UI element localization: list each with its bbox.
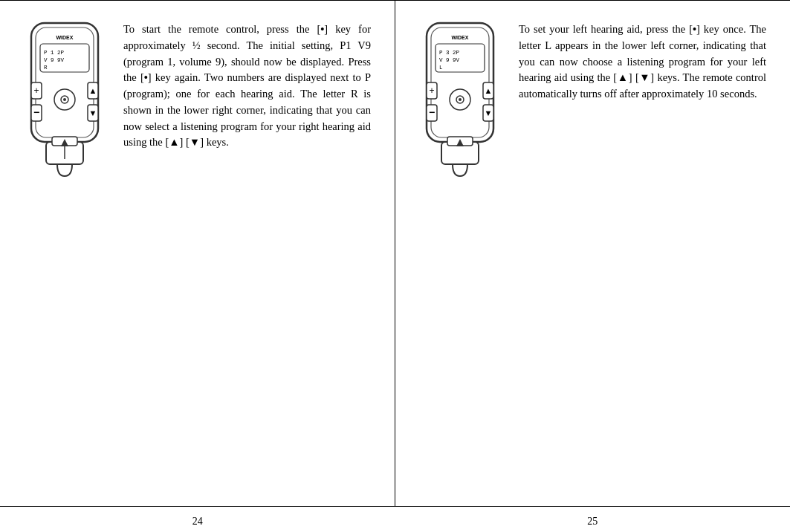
svg-text:+: + — [429, 85, 434, 96]
svg-text:▼: ▼ — [89, 108, 97, 117]
svg-text:−: − — [429, 106, 435, 118]
svg-text:WIDEX: WIDEX — [452, 35, 469, 40]
svg-text:+: + — [33, 85, 39, 96]
page-number-left: 24 — [0, 514, 395, 529]
svg-text:P 1    2P: P 1 2P — [44, 50, 65, 56]
device-image-right: WIDEX P 3 2P V 9 9V L + — [419, 22, 508, 178]
svg-text:▼: ▼ — [485, 108, 493, 117]
svg-text:L: L — [439, 65, 443, 71]
page-left: WIDEX P 1 2P V 9 9V R + — [0, 1, 395, 506]
page-numbers-row: 24 25 — [0, 506, 790, 532]
svg-text:▲: ▲ — [89, 86, 97, 95]
paragraph-right-top: To set your left hearing aid, press the … — [519, 23, 766, 100]
content-block-right: WIDEX P 3 2P V 9 9V L + — [419, 22, 766, 178]
svg-text:V 9    9V: V 9 9V — [439, 57, 460, 63]
svg-point-33 — [459, 98, 462, 101]
svg-text:WIDEX: WIDEX — [56, 35, 74, 40]
svg-text:P 3    2P: P 3 2P — [439, 50, 460, 56]
content-block-left: WIDEX P 1 2P V 9 9V R + — [24, 22, 371, 178]
svg-text:R: R — [44, 65, 48, 71]
svg-text:▲: ▲ — [485, 86, 493, 95]
svg-point-11 — [63, 98, 66, 101]
svg-text:V 9    9V: V 9 9V — [44, 57, 65, 63]
svg-text:−: − — [33, 106, 39, 118]
page-right: WIDEX P 3 2P V 9 9V L + — [395, 1, 790, 506]
page-number-right: 25 — [395, 514, 791, 529]
text-right-of-image-left: To start the remote control, press the [… — [123, 22, 371, 151]
paragraph-left-top: To start the remote control, press the [… — [123, 23, 371, 148]
device-image-left: WIDEX P 1 2P V 9 9V R + — [24, 22, 113, 178]
text-right-of-image-right: To set your left hearing aid, press the … — [519, 22, 766, 103]
